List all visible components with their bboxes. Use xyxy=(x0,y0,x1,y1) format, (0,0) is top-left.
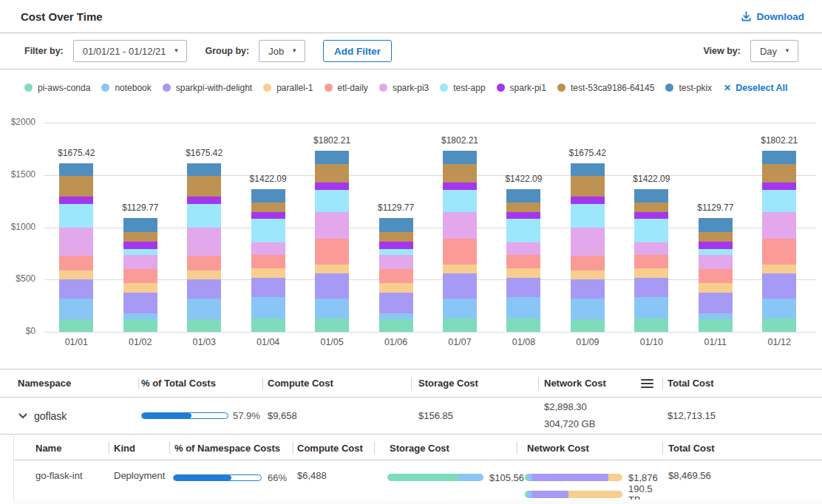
bar-segment-sparkpi-with-delight xyxy=(315,273,349,299)
bar-segment-test-app xyxy=(379,249,413,255)
legend-item-test-53ca9186-64145[interactable]: test-53ca9186-64145 xyxy=(557,83,654,93)
bar-total-label: $1802.21 xyxy=(299,135,365,146)
menu-icon[interactable] xyxy=(641,379,653,388)
bar-segment-sparkpi-with-delight xyxy=(762,273,796,299)
download-label: Download xyxy=(757,11,805,22)
bar-segment-test-app xyxy=(187,204,221,228)
bar-segment-test-53ca9186-64145 xyxy=(379,232,413,242)
namespace-row-goflask[interactable]: goflask 57.9% $9,658 $156.85 $2,898.30 3… xyxy=(0,398,822,435)
bar-segment-notebook xyxy=(315,299,349,319)
col-pct-total-costs: % of Total Costs xyxy=(138,378,262,389)
legend-item-spark-pi1[interactable]: spark-pi1 xyxy=(497,83,546,93)
x-axis-tick-label: 01/02 xyxy=(111,337,170,347)
bar-segment-spark-pi3 xyxy=(123,255,157,269)
chevron-down-icon[interactable] xyxy=(18,413,27,419)
pct-namespace-value: 66% xyxy=(268,472,287,483)
bar-segment-spark-pi3 xyxy=(379,255,413,269)
x-axis-tick-label: 01/12 xyxy=(750,337,809,347)
stacked-bar-01/02[interactable] xyxy=(123,218,157,332)
namespace-table-header: Namespace % of Total Costs Compute Cost … xyxy=(0,369,822,398)
legend-item-test-pkix[interactable]: test-pkix xyxy=(665,83,712,93)
bar-segment-pi-aws-conda xyxy=(506,319,540,332)
bar-segment-spark-pi1 xyxy=(379,242,413,249)
bar-total-label: $1675.42 xyxy=(554,148,621,158)
deselect-all-label: Deselect All xyxy=(736,83,787,93)
stacked-bar-01/09[interactable] xyxy=(571,163,605,332)
legend-item-parallel-1[interactable]: parallel-1 xyxy=(263,83,313,93)
bar-total-label: $1675.42 xyxy=(43,148,109,158)
legend-item-etl-daily[interactable]: etl-daily xyxy=(325,83,368,93)
total-cost-value: $12,713.15 xyxy=(662,410,822,421)
bar-segment-spark-pi1 xyxy=(699,242,733,249)
bar-segment-spark-pi3 xyxy=(59,228,93,256)
bar-segment-test-app xyxy=(762,190,796,212)
stacked-bar-01/10[interactable] xyxy=(634,189,668,332)
add-filter-button[interactable]: Add Filter xyxy=(323,40,392,62)
bar-segment-pi-aws-conda xyxy=(762,319,796,332)
view-by-label: View by: xyxy=(703,46,740,56)
bar-segment-spark-pi3 xyxy=(571,228,605,256)
stacked-bar-01/12[interactable] xyxy=(762,151,796,332)
stacked-bar-01/04[interactable] xyxy=(251,189,285,332)
bar-segment-test-pkix xyxy=(315,151,349,164)
stacked-bar-01/01[interactable] xyxy=(59,163,93,332)
stacked-bar-01/08[interactable] xyxy=(506,189,540,332)
stacked-bar-01/03[interactable] xyxy=(187,163,221,332)
col-compute-cost: Compute Cost xyxy=(262,378,411,389)
deselect-all-button[interactable]: ✕ Deselect All xyxy=(724,83,787,93)
bar-segment-spark-pi1 xyxy=(506,212,540,219)
workload-total-cost: $8,469.56 xyxy=(662,470,822,481)
bar-segment-test-pkix xyxy=(762,151,796,164)
bar-segment-pi-aws-conda xyxy=(187,319,221,332)
workload-name: go-flask-int xyxy=(14,470,109,481)
minibar-segment xyxy=(387,474,458,481)
network-usage-value: 304,720 GB xyxy=(544,416,662,433)
x-axis-tick-label: 01/03 xyxy=(174,337,234,347)
bar-segment-notebook xyxy=(443,299,477,319)
legend-item-pi-aws-conda[interactable]: pi-aws-conda xyxy=(24,83,90,93)
stacked-bar-01/05[interactable] xyxy=(315,151,349,332)
caret-down-icon: ▼ xyxy=(291,48,297,54)
gridline xyxy=(44,123,816,123)
group-by-select[interactable]: Job ▼ xyxy=(259,40,305,62)
network-usage-bar xyxy=(525,491,622,498)
legend-dot xyxy=(24,84,33,92)
bar-segment-sparkpi-with-delight xyxy=(506,278,540,298)
legend-label: pi-aws-conda xyxy=(38,83,90,93)
bar-segment-sparkpi-with-delight xyxy=(59,279,93,299)
legend-item-sparkpi-with-delight[interactable]: sparkpi-with-delight xyxy=(163,83,252,93)
pct-namespace-progress xyxy=(173,474,262,481)
group-by-value: Job xyxy=(268,46,284,57)
legend-item-test-app[interactable]: test-app xyxy=(440,83,485,93)
legend-item-notebook[interactable]: notebook xyxy=(101,83,151,93)
legend-dot xyxy=(497,84,505,92)
gridline xyxy=(44,175,816,176)
bar-segment-spark-pi1 xyxy=(762,183,796,190)
bar-segment-notebook xyxy=(699,313,733,320)
bar-segment-spark-pi3 xyxy=(187,228,221,256)
stacked-bar-01/07[interactable] xyxy=(443,151,477,332)
col-kind: Kind xyxy=(109,443,169,454)
stacked-bar-01/11[interactable] xyxy=(699,218,733,332)
y-axis-tick-label: $1500 xyxy=(0,169,35,180)
bar-segment-parallel-1 xyxy=(634,268,668,278)
stacked-bar-01/06[interactable] xyxy=(379,218,413,332)
bar-segment-pi-aws-conda xyxy=(59,319,93,332)
bar-segment-parallel-1 xyxy=(571,270,605,279)
bar-segment-pi-aws-conda xyxy=(699,319,733,332)
x-axis-tick-label: 01/06 xyxy=(367,337,426,347)
download-button[interactable]: Download xyxy=(741,11,805,22)
workload-table: Name Kind % of Namespace Costs Compute C… xyxy=(13,436,822,504)
date-range-select[interactable]: 01/01/21 - 01/12/21 ▼ xyxy=(73,40,188,62)
bar-segment-test-pkix xyxy=(123,218,157,232)
legend-label: etl-daily xyxy=(338,83,368,93)
bar-segment-sparkpi-with-delight xyxy=(699,293,733,313)
legend-label: test-pkix xyxy=(679,83,712,93)
workload-table-header: Name Kind % of Namespace Costs Compute C… xyxy=(14,436,822,460)
bar-segment-etl-daily xyxy=(699,269,733,283)
bar-segment-test-pkix xyxy=(699,218,733,232)
view-by-select[interactable]: Day ▼ xyxy=(750,40,798,62)
legend-item-spark-pi3[interactable]: spark-pi3 xyxy=(379,83,429,93)
group-by-label: Group by: xyxy=(205,46,249,56)
workload-row-go-flask-int[interactable]: go-flask-int Deployment 66% $6,488 $105.… xyxy=(14,460,822,504)
